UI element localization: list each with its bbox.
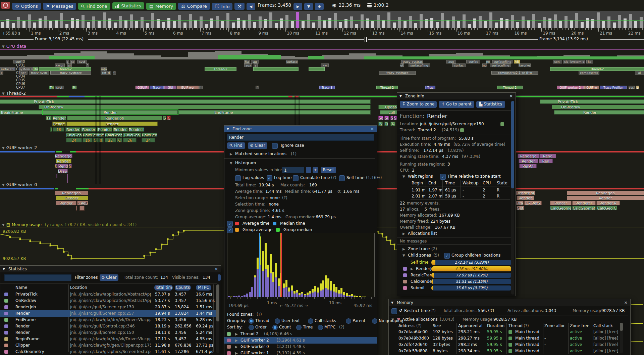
stats-row[interactable]: Clipperjni/../jni/src/claw/gfx/geo/Clipp… bbox=[0, 342, 216, 349]
self-time-checkbox[interactable] bbox=[339, 175, 345, 181]
cpu-zone[interactable]: composer@ bbox=[579, 71, 599, 75]
cpu-zone[interactable]: ^ bbox=[199, 86, 203, 89]
timeline-zone[interactable]: RenderJob bbox=[67, 116, 162, 120]
close-icon[interactable]: × bbox=[509, 93, 514, 99]
go-to-parent-button[interactable]: ↑ Go to parent bbox=[439, 101, 474, 108]
timeline-zone[interactable]: Render R bbox=[596, 201, 620, 205]
group-by-parent[interactable] bbox=[346, 318, 351, 324]
cpu-zone[interactable]: system se bbox=[19, 67, 33, 71]
timeline-zone[interactable]: Render bbox=[113, 127, 128, 132]
timeline-zone[interactable]: EndFrame bbox=[178, 110, 371, 115]
sort-by-time[interactable] bbox=[296, 325, 302, 330]
timeline-zone[interactable]: S bbox=[394, 116, 397, 120]
zone-trace[interactable]: ▶Zone trace(2) bbox=[397, 246, 516, 252]
timeline-zone[interactable]: 9 bbox=[69, 164, 72, 168]
cpu-zone[interactable]: ke bbox=[586, 60, 593, 63]
stats-row[interactable]: Renderjni/../jni/src/guif/Screen.cpp:150… bbox=[0, 329, 216, 336]
timeline-zone[interactable]: 22 bbox=[105, 138, 116, 142]
group-by-call-stacks[interactable] bbox=[308, 318, 313, 324]
stats-row[interactable]: BeginFramejni/../jni/src/claw/gfx/drv/vk… bbox=[0, 336, 216, 342]
histogram-plot[interactable] bbox=[227, 233, 375, 297]
cpu-zone[interactable]: syst bbox=[55, 86, 64, 89]
cpu-zone[interactable]: kw.gr bbox=[55, 63, 65, 67]
timeline-zone[interactable]: CalcGeor bbox=[105, 133, 122, 137]
cpu-zone[interactable]: s bbox=[66, 60, 69, 63]
filter-input[interactable] bbox=[4, 274, 71, 281]
cpu-zone[interactable]: surface! bbox=[286, 60, 298, 63]
window-titlebar[interactable]: ▼Statistics× bbox=[0, 266, 221, 272]
timeline-zone[interactable]: CalcGeo C bbox=[596, 206, 617, 210]
prev-frame-button[interactable]: ◀ bbox=[247, 3, 255, 10]
child-zone-row[interactable]: CalcRenderNodes51.51 us (1.15%) bbox=[397, 278, 516, 285]
cpu-zone[interactable]: aux bbox=[244, 63, 252, 67]
frame-select-button[interactable]: ▼ bbox=[304, 3, 313, 10]
cpu-zone[interactable]: ^ bbox=[113, 71, 116, 75]
cpu-zone[interactable]: Thread-2 bbox=[550, 67, 644, 71]
timeline-zone[interactable]: PrivateTick bbox=[540, 99, 644, 104]
timeline-zone[interactable]: Ren bbox=[539, 159, 553, 163]
cpu-zone[interactable]: Tracy Profiler bbox=[600, 86, 627, 89]
sort-counts-button[interactable]: Counts bbox=[175, 285, 191, 291]
stats-row[interactable]: RenderJobjni/../jni/src/guif/Screen.cpp:… bbox=[0, 304, 216, 310]
timeline-zone[interactable]: T( bbox=[384, 122, 388, 126]
matched-source-locations[interactable]: ▶Matched source locations(1) bbox=[224, 151, 377, 157]
sort-mtpc-button[interactable]: MTPC bbox=[196, 285, 211, 291]
cpu-zone[interactable] bbox=[309, 67, 325, 71]
cpu-zone[interactable]: no bbox=[486, 60, 490, 63]
allocations-list[interactable]: ▶Allocations list bbox=[397, 230, 516, 237]
timeline-zone[interactable]: 17'RerS bbox=[524, 201, 542, 205]
stats-row[interactable]: CalcGeometryjni/../jni/src/claw/graphics… bbox=[0, 349, 216, 355]
cpu-data-header[interactable]: ▼CPU data bbox=[2, 44, 26, 49]
cpu-zone[interactable]: tracy_systrace bbox=[50, 71, 91, 75]
found-group-row[interactable]: ▶GUIF worker 0(3,231) 4.48 s bbox=[224, 344, 377, 350]
timeline-zone[interactable]: Rende bbox=[52, 122, 66, 126]
timeline-zone[interactable]: Render bbox=[56, 201, 76, 205]
stats-row[interactable]: PrivateTickjni/../jni/src/claw/applicati… bbox=[0, 291, 216, 298]
cpu-zone[interactable]: Thread-2 bbox=[39, 67, 91, 71]
thread-header-2[interactable]: ▼GUIF worker 0 bbox=[2, 182, 37, 187]
timeline-zone[interactable]: T- bbox=[390, 122, 395, 126]
cpu-zone[interactable]: sen- bbox=[553, 60, 562, 63]
timeline-zone[interactable]: Render bbox=[517, 196, 534, 200]
timeline-zone[interactable]: CalcGeomet bbox=[572, 206, 596, 210]
sort-by-count[interactable] bbox=[272, 325, 278, 330]
cpu-zone[interactable]: GUI bbox=[164, 86, 176, 89]
stats-row[interactable]: OnRedrawjni/../jni/src/claw/application/… bbox=[0, 298, 216, 304]
cpu-zone[interactable]: surfac bbox=[452, 63, 466, 67]
close-icon[interactable]: × bbox=[370, 126, 375, 132]
window-titlebar[interactable]: ▼Zone info× bbox=[397, 93, 516, 99]
cpu-zone[interactable]: surfacefline bbox=[492, 60, 513, 63]
timeline-zone[interactable]: Renderer bbox=[572, 201, 596, 205]
timeline-zone[interactable]: RerR.f bbox=[519, 164, 537, 168]
cpu-zone[interactable]: Tracy bbox=[150, 86, 164, 89]
toolbar-button-power[interactable] bbox=[1, 2, 10, 9]
toolbar-button-tools[interactable]: ⚒ bbox=[234, 3, 245, 10]
group-by-user-text[interactable] bbox=[275, 318, 280, 324]
cpu-zone[interactable]: kw bbox=[321, 63, 329, 67]
cpu-zone[interactable]: Thre bbox=[33, 67, 38, 71]
timeline-zone[interactable]: 16 bbox=[83, 138, 93, 142]
timeline-zone[interactable]: RenderJo bbox=[518, 154, 539, 158]
found-group-row[interactable]: ▶GUIF worker 1(3,192) 4.39 s bbox=[224, 350, 377, 355]
timeline-zone[interactable]: Render bbox=[567, 196, 644, 200]
cpu-zone[interactable]: surfac bbox=[466, 60, 480, 63]
timeline-zone[interactable]: Render bbox=[43, 110, 178, 115]
timeline-zone[interactable]: BeginFrame bbox=[0, 110, 42, 115]
find-zone-search-input[interactable]: Render bbox=[227, 134, 374, 141]
timeline-zone[interactable] bbox=[50, 127, 52, 132]
cpu-zone[interactable]: s bbox=[254, 63, 258, 67]
timeline-zone[interactable]: CalcGeo bbox=[123, 133, 141, 137]
timeline-zone[interactable]: ~Re5 bbox=[77, 201, 88, 205]
stats-row[interactable]: EndFramejni/../jni/src/claw/gfx/drv/vk/D… bbox=[0, 317, 216, 323]
wait-regions-header[interactable]: ▼Wait regionsTime relative to zone start bbox=[397, 173, 516, 180]
timeline-zone[interactable]: RenderJol bbox=[55, 154, 72, 158]
stats-row[interactable]: Renderjni/../jni/src/guif/Screen.cpp:257… bbox=[0, 310, 216, 317]
sort-by-mtpc[interactable] bbox=[318, 325, 323, 330]
timeline-zone[interactable]: CalcGeo bbox=[142, 133, 157, 137]
toolbar-button-compare[interactable]: ⚖Compare bbox=[178, 3, 210, 10]
timeline-zone[interactable]: Render bbox=[52, 116, 66, 120]
cpu-zone[interactable]: Thread-2 bbox=[376, 86, 398, 89]
time-relative-checkbox[interactable] bbox=[440, 174, 446, 180]
cpu-zone[interactable]: se bbox=[70, 60, 75, 63]
timeline-zone[interactable]: Dra bbox=[516, 201, 524, 205]
